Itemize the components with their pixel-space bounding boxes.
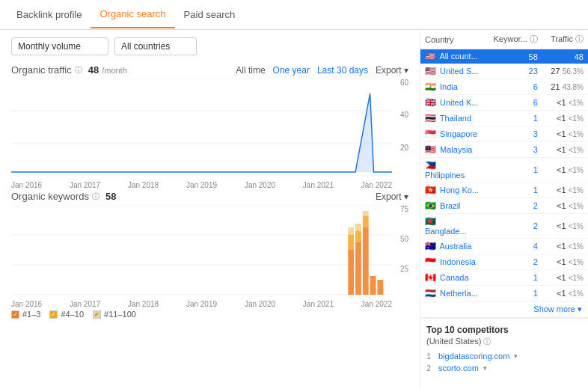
traffic-info-icon[interactable]: ⓘ <box>75 65 82 76</box>
traffic-title: Organic traffic <box>11 64 72 76</box>
competitor-arrow-icon: ▾ <box>483 364 487 372</box>
kw-axis-25: 25 <box>393 265 408 273</box>
competitor-item[interactable]: 1 bigdatascoring.com ▾ <box>426 352 582 361</box>
country-row[interactable]: 🇮🇩 Indonesia 2 <1 <1% <box>420 254 588 270</box>
competitor-link[interactable]: scorto.com <box>438 364 479 373</box>
keywords-chart <box>11 205 392 295</box>
traffic-unit: /month <box>102 66 127 75</box>
competitor-arrow-icon: ▾ <box>514 352 518 360</box>
country-row[interactable]: 🇺🇸 All count... 58 48 <box>420 49 588 64</box>
kw-xlabel-5: Jan 2021 <box>303 300 334 308</box>
svg-rect-12 <box>370 276 376 295</box>
svg-rect-19 <box>363 211 369 216</box>
country-row[interactable]: 🇬🇧 United K... 6 <1 <1% <box>420 95 588 111</box>
country-row[interactable]: 🇦🇺 Australia 4 <1 <1% <box>420 239 588 254</box>
svg-rect-15 <box>355 231 361 242</box>
competitors-subtitle: (United States) ⓘ <box>426 337 582 347</box>
competitor-num: 2 <box>426 364 434 373</box>
traffic-col-info[interactable]: ⓘ <box>575 34 584 43</box>
kw-axis-50: 50 <box>393 235 408 243</box>
legend-item-11-100: ✓ #11–100 <box>93 310 136 319</box>
country-row[interactable]: 🇮🇳 India 6 21 43.8% <box>420 79 588 95</box>
time-last-30[interactable]: Last 30 days <box>317 65 368 76</box>
tab-organic-search[interactable]: Organic search <box>91 1 174 28</box>
country-row[interactable]: 🇭🇰 Hong Ko... 1 <1 <1% <box>420 183 588 198</box>
country-row[interactable]: 🇲🇾 Malaysia 3 <1 <1% <box>420 142 588 158</box>
traffic-chart <box>11 79 392 176</box>
traffic-export[interactable]: Export ▾ <box>376 65 408 76</box>
country-row[interactable]: 🇧🇷 Brazil 2 <1 <1% <box>420 198 588 214</box>
country-row[interactable]: 🇧🇩 Banglade... 2 <1 <1% <box>420 214 588 239</box>
keywords-title: Organic keywords <box>11 191 89 202</box>
keywords-value: 58 <box>105 191 116 202</box>
country-row[interactable]: 🇳🇱 Netherla... 1 <1 <1% <box>420 286 588 301</box>
keywords-col-info[interactable]: ⓘ <box>530 34 538 43</box>
kw-axis-75: 75 <box>393 205 408 213</box>
kw-xlabel-6: Jan 2022 <box>361 300 392 308</box>
kw-xlabel-4: Jan 2020 <box>245 300 275 308</box>
competitor-item[interactable]: 2 scorto.com ▾ <box>426 364 582 373</box>
traffic-xlabel-2: Jan 2018 <box>128 181 159 189</box>
keywords-export[interactable]: Export ▾ <box>376 192 408 202</box>
svg-rect-9 <box>348 250 354 295</box>
competitors-info-icon[interactable]: ⓘ <box>483 337 491 346</box>
legend-item-4-10: ✓ #4–10 <box>49 310 84 319</box>
svg-rect-16 <box>363 216 369 227</box>
col-country: Country <box>420 30 484 49</box>
traffic-xlabel-6: Jan 2022 <box>361 181 392 189</box>
legend-item-1-3: ✓ #1–3 <box>11 310 40 319</box>
svg-rect-13 <box>377 280 383 295</box>
traffic-xlabel-1: Jan 2017 <box>70 181 100 189</box>
kw-xlabel-3: Jan 2019 <box>186 300 217 308</box>
tab-backlink-profile[interactable]: Backlink profile <box>7 1 91 28</box>
kw-xlabel-1: Jan 2017 <box>70 300 100 308</box>
country-table: Country Keywor... ⓘ Traffic ⓘ 🇺🇸 All cou… <box>420 30 588 301</box>
time-one-year[interactable]: One year <box>273 65 310 76</box>
tab-paid-search[interactable]: Paid search <box>175 1 245 28</box>
country-row[interactable]: 🇵🇭 Philippines 1 <1 <1% <box>420 158 588 183</box>
country-row[interactable]: 🇸🇬 Singapore 3 <1 <1% <box>420 126 588 142</box>
kw-xlabel-2: Jan 2018 <box>128 300 159 308</box>
svg-rect-17 <box>348 227 354 235</box>
volume-select[interactable]: Monthly volume <box>11 37 108 55</box>
traffic-xlabel-5: Jan 2021 <box>303 181 334 189</box>
country-select[interactable]: All countries <box>114 37 197 55</box>
keywords-info-icon[interactable]: ⓘ <box>92 192 99 202</box>
svg-rect-18 <box>355 224 361 231</box>
time-all[interactable]: All time <box>236 65 265 76</box>
country-row[interactable]: 🇺🇸 United S... 23 27 56.3% <box>420 64 588 79</box>
traffic-xlabel-4: Jan 2020 <box>245 181 275 189</box>
competitor-link[interactable]: bigdatascoring.com <box>438 352 509 361</box>
traffic-axis-20: 20 <box>393 144 408 152</box>
kw-xlabel-0: Jan 2016 <box>11 300 42 308</box>
competitor-num: 1 <box>426 352 434 361</box>
country-row[interactable]: 🇨🇦 Canada 1 <1 <1% <box>420 270 588 286</box>
competitors-title: Top 10 competitors <box>426 325 582 335</box>
col-traffic: Traffic ⓘ <box>542 30 588 49</box>
traffic-axis-40: 40 <box>393 111 408 119</box>
show-more-btn[interactable]: Show more ▾ <box>420 301 588 318</box>
traffic-xlabel-0: Jan 2016 <box>11 181 42 189</box>
svg-rect-11 <box>363 227 369 295</box>
tabs-bar: Backlink profile Organic search Paid sea… <box>0 0 588 30</box>
svg-rect-14 <box>348 235 354 250</box>
country-row[interactable]: 🇹🇭 Thailand 1 <1 <1% <box>420 111 588 126</box>
traffic-xlabel-3: Jan 2019 <box>186 181 217 189</box>
col-keywords: Keywor... ⓘ <box>484 30 542 49</box>
traffic-axis-60: 60 <box>393 79 408 87</box>
svg-rect-10 <box>355 242 361 295</box>
traffic-value: 48 <box>88 64 99 76</box>
